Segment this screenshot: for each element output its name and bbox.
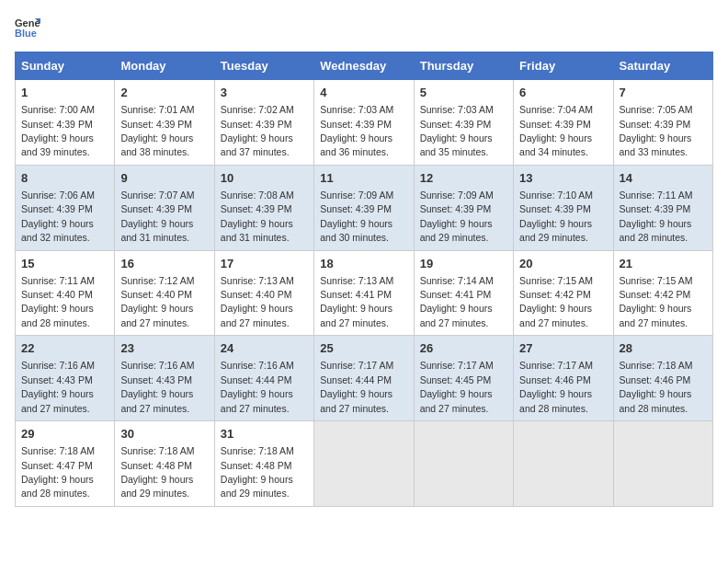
calendar-cell: 24Sunrise: 7:16 AMSunset: 4:44 PMDayligh… <box>214 336 313 421</box>
day-number: 25 <box>320 340 407 357</box>
day-info: Sunrise: 7:11 AMSunset: 4:39 PMDaylight:… <box>620 190 693 243</box>
day-info: Sunrise: 7:18 AMSunset: 4:47 PMDaylight:… <box>21 445 95 499</box>
day-number: 5 <box>420 85 507 101</box>
calendar-cell <box>414 421 513 507</box>
header: General Blue <box>15 15 713 40</box>
calendar-cell: 2Sunrise: 7:01 AMSunset: 4:39 PMDaylight… <box>115 80 214 166</box>
calendar-cell: 14Sunrise: 7:11 AMSunset: 4:39 PMDayligh… <box>613 165 712 250</box>
calendar-cell <box>613 421 712 507</box>
day-info: Sunrise: 7:17 AMSunset: 4:44 PMDaylight:… <box>320 360 393 413</box>
day-info: Sunrise: 7:17 AMSunset: 4:46 PMDaylight:… <box>519 360 593 413</box>
day-number: 9 <box>120 170 208 187</box>
calendar-cell: 17Sunrise: 7:13 AMSunset: 4:40 PMDayligh… <box>214 250 313 336</box>
day-info: Sunrise: 7:06 AMSunset: 4:39 PMDaylight:… <box>21 190 95 243</box>
calendar-cell: 19Sunrise: 7:14 AMSunset: 4:41 PMDayligh… <box>414 250 513 336</box>
day-number: 24 <box>221 340 308 357</box>
calendar-cell: 9Sunrise: 7:07 AMSunset: 4:39 PMDaylight… <box>115 165 214 250</box>
day-info: Sunrise: 7:16 AMSunset: 4:43 PMDaylight:… <box>21 360 95 413</box>
calendar-cell: 30Sunrise: 7:18 AMSunset: 4:48 PMDayligh… <box>115 421 214 507</box>
day-info: Sunrise: 7:09 AMSunset: 4:39 PMDaylight:… <box>420 190 494 243</box>
calendar-cell: 8Sunrise: 7:06 AMSunset: 4:39 PMDaylight… <box>16 165 115 250</box>
header-friday: Friday <box>514 52 613 80</box>
day-info: Sunrise: 7:16 AMSunset: 4:44 PMDaylight:… <box>221 360 294 413</box>
svg-text:Blue: Blue <box>15 28 37 39</box>
calendar-cell: 21Sunrise: 7:15 AMSunset: 4:42 PMDayligh… <box>613 250 712 336</box>
day-number: 31 <box>221 426 308 442</box>
day-info: Sunrise: 7:18 AMSunset: 4:48 PMDaylight:… <box>120 445 194 499</box>
calendar-cell: 29Sunrise: 7:18 AMSunset: 4:47 PMDayligh… <box>16 421 115 507</box>
day-info: Sunrise: 7:02 AMSunset: 4:39 PMDaylight:… <box>221 104 294 157</box>
day-info: Sunrise: 7:12 AMSunset: 4:40 PMDaylight:… <box>120 275 194 328</box>
logo-icon: General Blue <box>15 15 40 40</box>
day-info: Sunrise: 7:13 AMSunset: 4:41 PMDaylight:… <box>320 275 393 328</box>
calendar-cell: 7Sunrise: 7:05 AMSunset: 4:39 PMDaylight… <box>613 80 712 166</box>
day-number: 13 <box>519 170 607 187</box>
calendar-cell: 5Sunrise: 7:03 AMSunset: 4:39 PMDaylight… <box>414 80 513 166</box>
day-number: 17 <box>221 256 308 272</box>
day-info: Sunrise: 7:04 AMSunset: 4:39 PMDaylight:… <box>519 104 593 157</box>
day-info: Sunrise: 7:00 AMSunset: 4:39 PMDaylight:… <box>21 104 95 157</box>
header-saturday: Saturday <box>613 52 712 80</box>
calendar-cell: 4Sunrise: 7:03 AMSunset: 4:39 PMDaylight… <box>314 80 414 166</box>
calendar-cell: 25Sunrise: 7:17 AMSunset: 4:44 PMDayligh… <box>314 336 414 421</box>
day-info: Sunrise: 7:15 AMSunset: 4:42 PMDaylight:… <box>519 275 593 328</box>
calendar-cell: 12Sunrise: 7:09 AMSunset: 4:39 PMDayligh… <box>414 165 513 250</box>
day-info: Sunrise: 7:10 AMSunset: 4:39 PMDaylight:… <box>519 190 593 243</box>
header-tuesday: Tuesday <box>214 52 313 80</box>
day-number: 2 <box>120 85 208 101</box>
day-number: 12 <box>420 170 507 187</box>
day-number: 29 <box>21 426 108 442</box>
week-row-3: 15Sunrise: 7:11 AMSunset: 4:40 PMDayligh… <box>16 250 713 336</box>
logo: General Blue <box>15 15 44 40</box>
day-number: 27 <box>519 340 607 357</box>
day-info: Sunrise: 7:01 AMSunset: 4:39 PMDaylight:… <box>120 104 194 157</box>
day-number: 20 <box>519 256 607 272</box>
day-number: 15 <box>21 256 108 272</box>
day-info: Sunrise: 7:11 AMSunset: 4:40 PMDaylight:… <box>21 275 95 328</box>
header-monday: Monday <box>115 52 214 80</box>
day-number: 4 <box>320 85 407 101</box>
day-number: 28 <box>620 340 707 357</box>
day-info: Sunrise: 7:03 AMSunset: 4:39 PMDaylight:… <box>320 104 393 157</box>
day-number: 1 <box>21 85 108 101</box>
day-info: Sunrise: 7:18 AMSunset: 4:46 PMDaylight:… <box>620 360 693 413</box>
day-info: Sunrise: 7:08 AMSunset: 4:39 PMDaylight:… <box>221 190 294 243</box>
calendar-cell: 26Sunrise: 7:17 AMSunset: 4:45 PMDayligh… <box>414 336 513 421</box>
calendar-cell: 3Sunrise: 7:02 AMSunset: 4:39 PMDaylight… <box>214 80 313 166</box>
day-number: 10 <box>221 170 308 187</box>
day-info: Sunrise: 7:05 AMSunset: 4:39 PMDaylight:… <box>620 104 693 157</box>
day-number: 26 <box>420 340 507 357</box>
day-number: 6 <box>519 85 607 101</box>
calendar-cell: 1Sunrise: 7:00 AMSunset: 4:39 PMDaylight… <box>16 80 115 166</box>
calendar-cell: 15Sunrise: 7:11 AMSunset: 4:40 PMDayligh… <box>16 250 115 336</box>
calendar-cell: 10Sunrise: 7:08 AMSunset: 4:39 PMDayligh… <box>214 165 313 250</box>
day-number: 22 <box>21 340 108 357</box>
calendar-table: SundayMondayTuesdayWednesdayThursdayFrid… <box>15 52 713 507</box>
day-number: 23 <box>120 340 208 357</box>
calendar-cell: 23Sunrise: 7:16 AMSunset: 4:43 PMDayligh… <box>115 336 214 421</box>
calendar-cell: 20Sunrise: 7:15 AMSunset: 4:42 PMDayligh… <box>514 250 613 336</box>
day-number: 14 <box>620 170 707 187</box>
calendar-cell: 11Sunrise: 7:09 AMSunset: 4:39 PMDayligh… <box>314 165 414 250</box>
day-number: 16 <box>120 256 208 272</box>
day-number: 8 <box>21 170 108 187</box>
day-info: Sunrise: 7:17 AMSunset: 4:45 PMDaylight:… <box>420 360 494 413</box>
calendar-cell: 18Sunrise: 7:13 AMSunset: 4:41 PMDayligh… <box>314 250 414 336</box>
week-row-1: 1Sunrise: 7:00 AMSunset: 4:39 PMDaylight… <box>16 80 713 166</box>
day-info: Sunrise: 7:16 AMSunset: 4:43 PMDaylight:… <box>120 360 194 413</box>
day-number: 19 <box>420 256 507 272</box>
day-info: Sunrise: 7:07 AMSunset: 4:39 PMDaylight:… <box>120 190 194 243</box>
calendar-cell: 31Sunrise: 7:18 AMSunset: 4:48 PMDayligh… <box>214 421 313 507</box>
calendar-cell: 27Sunrise: 7:17 AMSunset: 4:46 PMDayligh… <box>514 336 613 421</box>
calendar-cell: 16Sunrise: 7:12 AMSunset: 4:40 PMDayligh… <box>115 250 214 336</box>
day-info: Sunrise: 7:14 AMSunset: 4:41 PMDaylight:… <box>420 275 494 328</box>
header-sunday: Sunday <box>16 52 115 80</box>
day-number: 7 <box>620 85 707 101</box>
day-number: 30 <box>120 426 208 442</box>
day-number: 21 <box>620 256 707 272</box>
calendar-cell: 6Sunrise: 7:04 AMSunset: 4:39 PMDaylight… <box>514 80 613 166</box>
week-row-5: 29Sunrise: 7:18 AMSunset: 4:47 PMDayligh… <box>16 421 713 507</box>
day-number: 3 <box>221 85 308 101</box>
calendar-cell: 28Sunrise: 7:18 AMSunset: 4:46 PMDayligh… <box>613 336 712 421</box>
day-number: 11 <box>320 170 407 187</box>
